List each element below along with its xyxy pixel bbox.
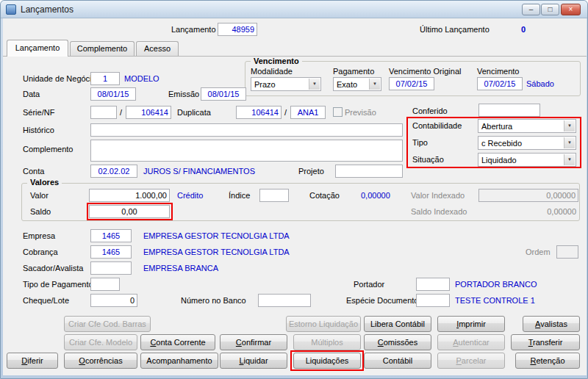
portador-input[interactable]	[416, 278, 450, 291]
emissao-input[interactable]	[201, 87, 246, 101]
historico-input[interactable]	[90, 123, 403, 137]
previsao-checkbox[interactable]	[333, 107, 343, 117]
sacador-avalista-input[interactable]	[90, 261, 132, 275]
data-label: Data	[23, 90, 40, 98]
previsao-label: Previsão	[345, 108, 376, 117]
multiplos-button: Múltiplos	[293, 334, 361, 350]
retencao-button[interactable]: Retenção	[515, 353, 580, 369]
valor-indexado-label: Valor Indexado	[411, 191, 465, 200]
indice-label: Índice	[229, 191, 250, 200]
numero-banco-label: Número no Banco	[181, 296, 246, 305]
tipo-combo[interactable]: c Recebido ▼	[478, 136, 576, 150]
contabilidade-label: Contabilidade	[412, 121, 462, 130]
parcelar-button: Parcelar	[437, 353, 505, 369]
emissao-label: Emissão	[168, 90, 199, 98]
tab-complemento[interactable]: Complemento	[70, 41, 135, 57]
ultimo-lancamento-value: 0	[521, 25, 526, 34]
diferir-button[interactable]: Diferir	[7, 353, 58, 369]
situacao-combo[interactable]: Liquidado ▼	[478, 153, 576, 167]
button-label: Imprimir	[438, 320, 504, 328]
vencimento-original-label: Vencimento Original	[389, 67, 461, 76]
sacador-avalista-desc: EMPRESA BRANCA	[143, 264, 218, 272]
saldo-indexado-label: Saldo Indexado	[411, 207, 467, 216]
lancamento-number-label: Lançamento	[171, 25, 216, 34]
empresa-label: Empresa	[23, 231, 55, 240]
button-label: Retenção	[516, 356, 579, 365]
liquidar-button[interactable]: Liquidar	[220, 353, 287, 369]
libera-contabil-button[interactable]: Libera Contábil	[364, 316, 431, 332]
cotacao-label: Cotação	[309, 191, 340, 200]
pagamento-combo[interactable]: Exato ▼	[333, 77, 381, 91]
indice-input[interactable]	[259, 189, 289, 202]
tipo-value: c Recebido	[481, 139, 522, 148]
historico-label: Histórico	[23, 126, 54, 134]
conta-corrente-button[interactable]: Conta Corrente	[140, 334, 215, 350]
avalistas-button[interactable]: Avalistas	[523, 316, 580, 332]
portador-label: Portador	[354, 280, 384, 289]
saldo-label: Saldo	[30, 207, 51, 216]
nf-numero-input[interactable]	[126, 106, 171, 119]
button-label: Liquidações	[294, 356, 360, 365]
tipo-label: Tipo	[412, 138, 428, 147]
unidade-negocio-input[interactable]	[90, 72, 120, 85]
tipo-pagamento-input[interactable]	[90, 278, 120, 291]
button-label: Contábil	[365, 356, 431, 365]
close-button[interactable]: ×	[561, 4, 581, 15]
duplicata-seq-input[interactable]	[290, 106, 326, 119]
saldo-input[interactable]	[89, 205, 170, 218]
serie-slash: /	[120, 108, 122, 117]
data-input[interactable]	[90, 87, 136, 101]
chevron-down-icon[interactable]: ▼	[564, 120, 575, 131]
duplicata-input[interactable]	[236, 106, 282, 119]
confirmar-button[interactable]: Confirmar	[220, 334, 287, 350]
empresa-input[interactable]	[90, 229, 132, 242]
serie-input[interactable]	[90, 106, 117, 119]
conta-label: Conta	[23, 167, 44, 176]
pagamento-value: Exato	[337, 80, 357, 89]
especie-documento-input[interactable]	[416, 294, 450, 307]
window-title: Lançamentos	[21, 4, 74, 15]
maximize-button[interactable]: □	[541, 4, 559, 15]
liquidacoes-button[interactable]: Liquidações	[293, 353, 361, 369]
button-label: Criar Cfe Cod. Barras	[65, 320, 150, 328]
projeto-input[interactable]	[335, 165, 403, 178]
conta-input[interactable]	[90, 165, 137, 178]
cheque-lote-input[interactable]	[90, 294, 137, 307]
modalidade-value: Prazo	[254, 80, 276, 89]
vencimento-original-input[interactable]	[389, 77, 434, 90]
sacador-avalista-label: Sacador/Avalista	[23, 264, 83, 272]
comissoes-button[interactable]: Comissões	[364, 334, 431, 350]
ocorrencias-button[interactable]: Ocorrências	[64, 353, 137, 369]
tab-acesso[interactable]: Acesso	[136, 41, 179, 57]
autenticar-button: Autenticar	[437, 334, 505, 350]
imprimir-button[interactable]: Imprimir	[437, 316, 505, 332]
modalidade-combo[interactable]: Prazo ▼	[251, 77, 321, 91]
especie-documento-desc: TESTE CONTROLE 1	[455, 296, 535, 305]
complemento-textarea[interactable]	[90, 140, 403, 162]
numero-banco-input[interactable]	[258, 294, 311, 307]
chevron-down-icon[interactable]: ▼	[369, 79, 380, 90]
ultimo-lancamento-label: Último Lançamento	[420, 25, 490, 34]
cobranca-input[interactable]	[90, 245, 132, 259]
chevron-down-icon[interactable]: ▼	[564, 154, 575, 165]
button-label: Múltiplos	[294, 338, 360, 347]
chevron-down-icon[interactable]: ▼	[309, 79, 320, 90]
button-label: Diferir	[7, 356, 57, 365]
button-label: Estorno Liquidação	[287, 320, 360, 328]
unidade-negocio-label: Unidade de Negócio	[23, 74, 96, 83]
button-label: Conta Corrente	[141, 338, 215, 347]
transferir-button[interactable]: Transferir	[511, 334, 580, 350]
tab-lancamento[interactable]: Lançamento	[7, 40, 68, 57]
conferido-input[interactable]	[478, 104, 540, 117]
chevron-down-icon[interactable]: ▼	[564, 137, 575, 148]
contabilidade-combo[interactable]: Abertura ▼	[478, 119, 576, 133]
duplicata-label: Duplicata	[177, 108, 211, 117]
button-label: Ocorrências	[65, 356, 137, 365]
contabil-button[interactable]: Contábil	[364, 353, 431, 369]
acompanhamento-button[interactable]: Acompanhamento	[140, 353, 218, 369]
titlebar[interactable]: Lançamentos – □ ×	[1, 1, 587, 18]
vencimento-input[interactable]	[477, 77, 523, 90]
lancamento-number-input[interactable]	[218, 23, 257, 36]
minimize-button[interactable]: –	[522, 4, 540, 15]
valor-input[interactable]	[89, 189, 170, 202]
